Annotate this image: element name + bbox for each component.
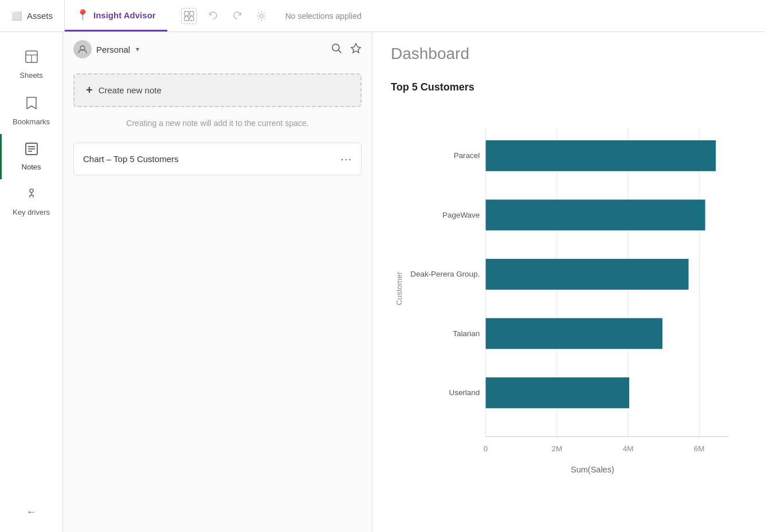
personal-avatar <box>73 40 92 58</box>
key-drivers-icon <box>25 187 38 204</box>
create-new-note-button[interactable]: + Create new note <box>73 73 362 107</box>
svg-rect-1 <box>190 11 194 15</box>
left-sidebar: Sheets Bookmarks Notes Key drivers ← <box>0 32 63 532</box>
personal-selector[interactable]: Personal ▾ <box>73 40 139 58</box>
svg-rect-33 <box>486 377 629 408</box>
assets-label: Assets <box>27 11 53 21</box>
bookmarks-icon <box>25 96 38 114</box>
svg-rect-31 <box>486 318 662 349</box>
dashboard-title: Dashboard <box>372 32 765 72</box>
svg-rect-27 <box>486 200 705 231</box>
bookmarks-label: Bookmarks <box>13 117 50 126</box>
pin-icon[interactable] <box>350 42 362 57</box>
notes-header-icons <box>331 42 362 57</box>
svg-line-19 <box>339 50 342 53</box>
svg-text:0: 0 <box>484 444 488 453</box>
no-selections-label: No selections applied <box>285 11 362 21</box>
dashboard-area: Dashboard Top 5 Customers Paracel <box>372 32 765 532</box>
insight-advisor-label: Insight Advisor <box>93 10 156 20</box>
redo-icon[interactable] <box>229 8 245 24</box>
settings-icon[interactable] <box>253 8 269 24</box>
svg-text:Talarian: Talarian <box>453 329 480 338</box>
sidebar-item-notes[interactable]: Notes <box>0 134 62 179</box>
notes-helper-text: Creating a new note will add it to the c… <box>63 114 372 138</box>
collapse-sidebar-button[interactable]: ← <box>26 502 37 523</box>
svg-point-4 <box>260 14 263 18</box>
search-icon[interactable] <box>331 42 342 57</box>
svg-text:Deak-Perera Group.: Deak-Perera Group. <box>410 270 480 278</box>
svg-text:Sum(Sales): Sum(Sales) <box>571 465 614 474</box>
svg-text:Userland: Userland <box>449 388 480 397</box>
insight-advisor-tab[interactable]: 📍 Insight Advisor <box>65 0 167 31</box>
svg-rect-2 <box>185 17 189 21</box>
bar-chart-svg: Paracel PageWave Deak-Perera Group. Tala… <box>391 105 747 514</box>
key-drivers-label: Key drivers <box>13 208 50 216</box>
svg-point-12 <box>30 189 33 192</box>
selection-mode-icon[interactable] <box>181 8 197 24</box>
chart-container: Top 5 Customers Paracel PageWave <box>372 72 765 532</box>
create-note-label: Create new note <box>99 85 162 95</box>
svg-text:4M: 4M <box>623 444 634 453</box>
chart-wrapper: Paracel PageWave Deak-Perera Group. Tala… <box>391 105 747 514</box>
undo-icon[interactable] <box>205 8 221 24</box>
top-nav: ⬜ Assets 📍 Insight Advisor No selections… <box>0 0 765 32</box>
svg-text:Paracel: Paracel <box>454 151 480 160</box>
chart-title: Top 5 Customers <box>391 81 747 93</box>
svg-rect-29 <box>486 259 689 290</box>
top-nav-icons <box>170 8 281 24</box>
sidebar-item-key-drivers[interactable]: Key drivers <box>0 179 62 224</box>
collapse-icon: ← <box>26 506 37 518</box>
svg-text:2M: 2M <box>551 444 562 453</box>
plus-icon: + <box>86 84 93 97</box>
note-card-menu-button[interactable]: ··· <box>340 152 352 165</box>
svg-rect-3 <box>190 17 194 21</box>
notes-icon <box>25 142 38 159</box>
notes-header: Personal ▾ <box>63 32 372 66</box>
svg-text:PageWave: PageWave <box>442 211 480 219</box>
chevron-down-icon: ▾ <box>136 45 139 53</box>
main-body: Sheets Bookmarks Notes Key drivers ← <box>0 32 765 532</box>
notes-panel: Personal ▾ + Create new note Creating a … <box>63 32 372 532</box>
personal-label: Personal <box>96 45 130 54</box>
assets-tab[interactable]: ⬜ Assets <box>0 0 65 31</box>
svg-rect-0 <box>185 11 189 15</box>
svg-text:Customer: Customer <box>395 271 403 305</box>
insight-advisor-icon: 📍 <box>76 9 89 21</box>
notes-label: Notes <box>22 163 41 171</box>
no-selections-indicator: No selections applied <box>285 11 362 21</box>
sidebar-item-sheets[interactable]: Sheets <box>0 41 62 88</box>
svg-text:6M: 6M <box>694 444 705 453</box>
assets-icon: ⬜ <box>11 11 22 21</box>
sheets-icon <box>24 49 39 68</box>
note-card-title: Chart – Top 5 Customers <box>83 154 178 164</box>
note-card[interactable]: Chart – Top 5 Customers ··· <box>73 143 362 175</box>
sidebar-bottom: ← <box>26 492 37 532</box>
sheets-label: Sheets <box>19 71 42 80</box>
sidebar-item-bookmarks[interactable]: Bookmarks <box>0 88 62 134</box>
svg-rect-25 <box>486 140 716 171</box>
